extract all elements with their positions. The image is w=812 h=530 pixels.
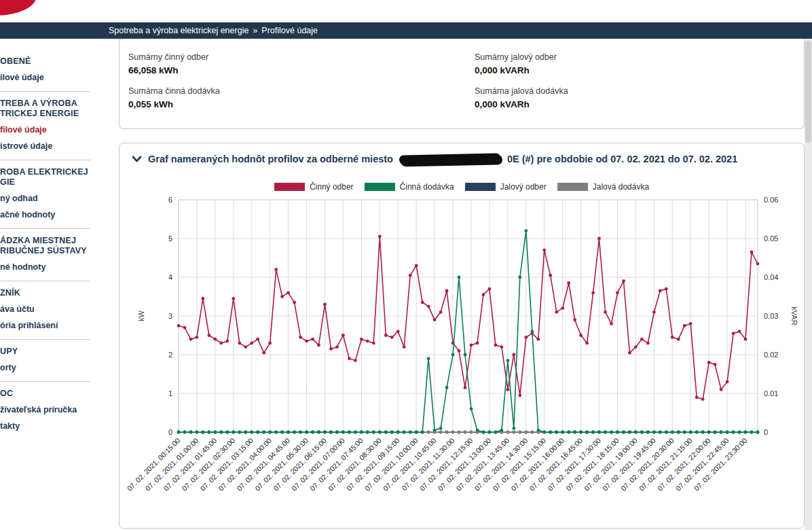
chart-legend: Činný odberČinná dodávkaJalový odberJalo… xyxy=(119,182,804,192)
legend-swatch xyxy=(365,183,395,191)
svg-text:kW: kW xyxy=(137,310,145,321)
scrollbar-thumb[interactable] xyxy=(805,41,811,143)
svg-text:0.04: 0.04 xyxy=(764,273,778,281)
sidebar-item[interactable]: takty xyxy=(0,421,90,431)
sidebar-item[interactable]: ória prihlásení xyxy=(0,321,90,331)
chevron-down-icon[interactable] xyxy=(132,156,142,162)
svg-text:0.03: 0.03 xyxy=(764,312,778,320)
summary-value: 0,000 kVARh xyxy=(475,65,804,75)
sidebar-item[interactable]: filové údaje xyxy=(0,125,90,135)
top-logo-bar xyxy=(0,0,812,22)
chart-panel: Graf nameraných hodnôt profilov za odber… xyxy=(119,143,805,529)
svg-text:kVAR: kVAR xyxy=(790,306,798,325)
sidebar-item[interactable]: žívateľská príručka xyxy=(0,405,90,415)
chart-title-prefix: Graf nameraných hodnôt profilov za odber… xyxy=(148,154,393,164)
redacted-meter-id xyxy=(399,153,501,165)
summary-field-0: Sumárny činný odber66,058 kWh xyxy=(128,52,475,75)
svg-text:4: 4 xyxy=(168,273,172,281)
sidebar-group-5: UPYorty xyxy=(0,340,90,382)
svg-text:2: 2 xyxy=(168,351,172,359)
summary-label: Sumárna činná dodávka xyxy=(128,86,475,96)
sidebar-item[interactable]: istrové údaje xyxy=(0,141,90,152)
sidebar-group-0: OBENÉilové údaje xyxy=(0,50,90,92)
svg-text:0.01: 0.01 xyxy=(764,389,778,398)
svg-text:0.02: 0.02 xyxy=(764,351,778,359)
sidebar-item[interactable]: ný odhad xyxy=(0,194,90,204)
summary-label: Sumárny činný odber xyxy=(128,52,475,62)
summary-panel: Sumárny činný odber66,058 kWhSumárny jal… xyxy=(119,39,805,129)
breadcrumb-separator: » xyxy=(253,26,257,35)
main-content: Sumárny činný odber66,058 kWhSumárny jal… xyxy=(90,39,812,529)
chart-title: Graf nameraných hodnôt profilov za odber… xyxy=(119,143,804,164)
summary-label: Sumárna jalová dodávka xyxy=(475,86,804,96)
summary-value: 66,058 kWh xyxy=(128,65,475,75)
legend-swatch xyxy=(465,183,496,191)
legend-swatch xyxy=(274,183,305,191)
sidebar-item[interactable]: ačné hodnoty xyxy=(0,210,90,220)
sidebar-group-header: TREBA A VÝROBA TRICKEJ ENERGIE xyxy=(0,99,90,119)
sidebar-group-2: ROBA ELEKTRICKEJ GIEný odhadačné hodnoty xyxy=(0,160,90,229)
svg-text:6: 6 xyxy=(168,196,172,204)
sidebar-group-header: OC xyxy=(0,389,90,399)
svg-text:0: 0 xyxy=(168,428,172,436)
summary-field-2: Sumárna činná dodávka0,055 kWh xyxy=(128,86,475,109)
breadcrumb-item-parent[interactable]: Spotreba a výroba elektrickej energie xyxy=(109,26,248,35)
svg-text:1: 1 xyxy=(168,389,172,398)
sidebar-group-1: TREBA A VÝROBA TRICKEJ ENERGIEfilové úda… xyxy=(0,92,90,160)
sidebar-group-3: ÁDZKA MIESTNEJ RIBUČNEJ SÚSTAVYné hodnot… xyxy=(0,229,90,281)
sidebar-item[interactable]: áva účtu xyxy=(0,304,90,315)
sidebar-group-header: ZNÍK xyxy=(0,288,90,298)
company-logo-icon[interactable] xyxy=(0,0,61,22)
svg-text:0.06: 0.06 xyxy=(764,196,778,204)
sidebar-item[interactable]: né hodnoty xyxy=(0,262,90,272)
svg-text:0.05: 0.05 xyxy=(764,234,778,243)
summary-field-1: Sumárny jalový odber0,000 kVARh xyxy=(475,52,804,75)
svg-text:5: 5 xyxy=(168,234,172,243)
svg-text:3: 3 xyxy=(168,312,172,320)
sidebar-group-6: OCžívateľská príručkatakty xyxy=(0,382,90,440)
breadcrumb-item-current[interactable]: Profilové údaje xyxy=(261,26,318,35)
summary-label: Sumárny jalový odber xyxy=(475,52,804,62)
summary-value: 0,055 kWh xyxy=(128,99,475,109)
breadcrumb: Spotreba a výroba elektrickej energie » … xyxy=(0,22,812,39)
summary-field-3: Sumárna jalová dodávka0,000 kVARh xyxy=(475,86,804,109)
svg-text:0: 0 xyxy=(764,428,768,436)
legend-label: Činná dodávka xyxy=(400,182,454,192)
legend-item-1[interactable]: Činná dodávka xyxy=(365,182,454,192)
sidebar-group-header: OBENÉ xyxy=(0,56,90,67)
summary-value: 0,000 kVARh xyxy=(475,99,804,109)
vertical-scrollbar[interactable] xyxy=(805,39,812,530)
summary-grid: Sumárny činný odber66,058 kWhSumárny jal… xyxy=(128,52,804,109)
chart-title-suffix: 0E (#) pre obdobie od 07. 02. 2021 do 07… xyxy=(507,154,737,164)
legend-label: Činný odber xyxy=(310,182,354,192)
sidebar-group-header: ÁDZKA MIESTNEJ RIBUČNEJ SÚSTAVY xyxy=(0,236,90,256)
legend-item-3[interactable]: Jalová dodávka xyxy=(557,182,649,192)
legend-item-0[interactable]: Činný odber xyxy=(274,182,354,192)
sidebar-group-header: ROBA ELEKTRICKEJ GIE xyxy=(0,167,90,188)
legend-label: Jalová dodávka xyxy=(593,182,649,192)
sidebar-item[interactable]: orty xyxy=(0,363,90,373)
sidebar-item[interactable]: ilové údaje xyxy=(0,73,90,83)
sidebar: OBENÉilové údajeTREBA A VÝROBA TRICKEJ E… xyxy=(0,39,90,440)
legend-swatch xyxy=(557,183,588,191)
legend-item-2[interactable]: Jalový odber xyxy=(465,182,547,192)
profile-chart: 0010.0120.0230.0340.0450.0560.0607. 02. … xyxy=(119,193,804,506)
sidebar-group-header: UPY xyxy=(0,347,90,357)
sidebar-group-4: ZNÍKáva účtuória prihlásení xyxy=(0,281,90,340)
legend-label: Jalový odber xyxy=(500,182,547,192)
